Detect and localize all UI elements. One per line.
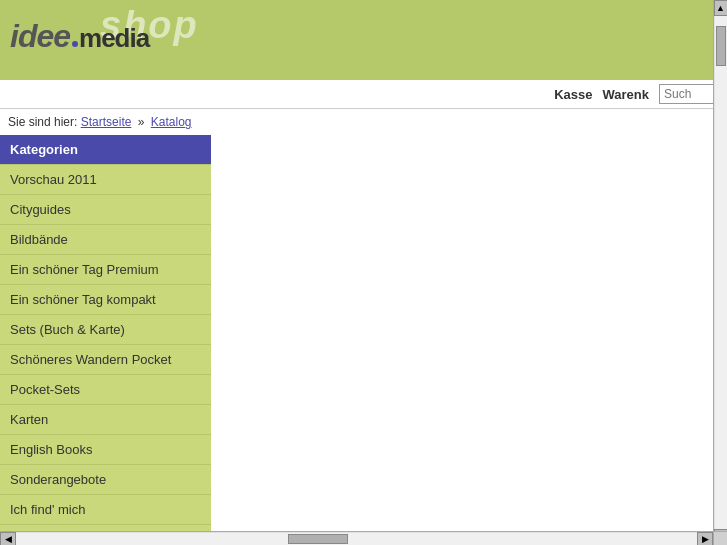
sidebar-item-vorschau-2011[interactable]: Vorschau 2011 bbox=[0, 164, 211, 194]
sidebar-item-bildbände[interactable]: Bildbände bbox=[0, 224, 211, 254]
sidebar-item-pocket-sets[interactable]: Pocket-Sets bbox=[0, 374, 211, 404]
scrollbar-vertical: ▲ ▼ bbox=[713, 0, 727, 545]
kasse-link[interactable]: Kasse bbox=[554, 87, 592, 102]
sidebar-item-sonderangebote[interactable]: Sonderangebote bbox=[0, 464, 211, 494]
logo-dot-icon bbox=[72, 41, 78, 47]
top-navigation: Kasse Warenk bbox=[0, 80, 727, 109]
main-content bbox=[211, 135, 727, 545]
scrollbar-horizontal: ◀ ▶ bbox=[0, 531, 713, 545]
logo-idee-text: idee bbox=[10, 18, 70, 55]
site-header: shop idee media bbox=[0, 0, 727, 80]
scroll-right-arrow[interactable]: ▶ bbox=[697, 532, 713, 546]
sidebar-header[interactable]: Kategorien bbox=[0, 135, 211, 164]
sidebar-item-sets-(buch-&-karte)[interactable]: Sets (Buch & Karte) bbox=[0, 314, 211, 344]
breadcrumb-separator: » bbox=[138, 115, 145, 129]
scroll-track-horizontal bbox=[16, 533, 697, 545]
breadcrumb-startseite[interactable]: Startseite bbox=[81, 115, 132, 129]
sidebar-item-english-books[interactable]: English Books bbox=[0, 434, 211, 464]
logo-media-text: media bbox=[79, 23, 149, 54]
scrollbar-corner bbox=[713, 531, 727, 545]
sidebar-item-karten[interactable]: Karten bbox=[0, 404, 211, 434]
sidebar-item-ein-schöner-tag-premium[interactable]: Ein schöner Tag Premium bbox=[0, 254, 211, 284]
breadcrumb-katalog[interactable]: Katalog bbox=[151, 115, 192, 129]
scroll-thumb-vertical[interactable] bbox=[716, 26, 726, 66]
breadcrumb-prefix: Sie sind hier: bbox=[8, 115, 77, 129]
sidebar-item-ich-find'-mich[interactable]: Ich find' mich bbox=[0, 494, 211, 524]
scroll-up-arrow[interactable]: ▲ bbox=[714, 0, 728, 16]
header-logo: idee media bbox=[10, 18, 149, 55]
scroll-thumb-horizontal[interactable] bbox=[288, 534, 348, 544]
scroll-track-vertical bbox=[715, 16, 727, 529]
scroll-left-arrow[interactable]: ◀ bbox=[0, 532, 16, 546]
search-input[interactable] bbox=[659, 84, 719, 104]
warenkorb-link[interactable]: Warenk bbox=[603, 87, 649, 102]
breadcrumb: Sie sind hier: Startseite » Katalog bbox=[0, 109, 727, 135]
sidebar: Kategorien Vorschau 2011CityguidesBildbä… bbox=[0, 135, 211, 545]
main-layout: Kategorien Vorschau 2011CityguidesBildbä… bbox=[0, 135, 727, 545]
sidebar-item-cityguides[interactable]: Cityguides bbox=[0, 194, 211, 224]
sidebar-item-schöneres-wandern-pocket[interactable]: Schöneres Wandern Pocket bbox=[0, 344, 211, 374]
sidebar-items-container: Vorschau 2011CityguidesBildbändeEin schö… bbox=[0, 164, 211, 545]
sidebar-item-ein-schöner-tag-kompakt[interactable]: Ein schöner Tag kompakt bbox=[0, 284, 211, 314]
